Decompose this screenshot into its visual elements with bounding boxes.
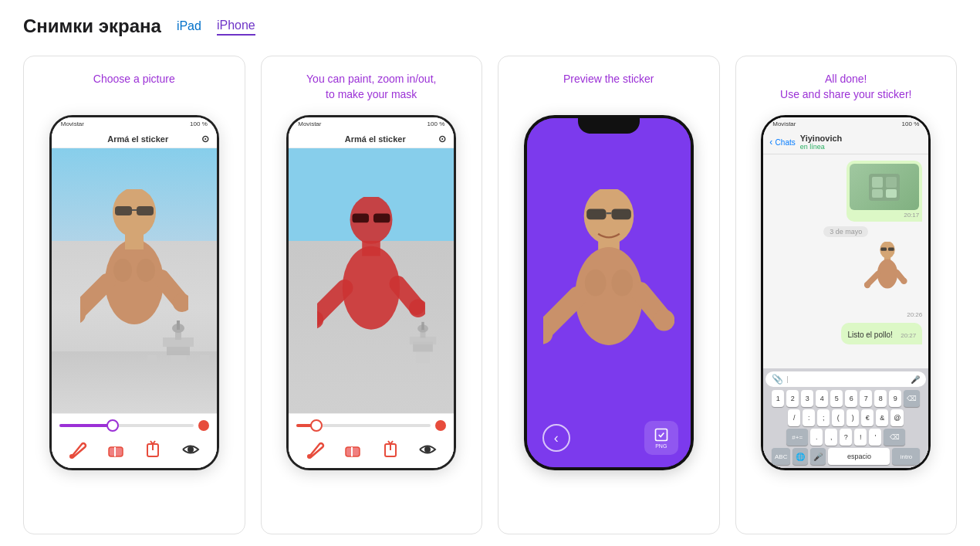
keyboard: 📎 | 🎤 1 2 3 4 5 6 7 xyxy=(763,368,928,468)
key-1[interactable]: 1 xyxy=(772,390,784,407)
contact-status: en línea xyxy=(800,143,923,151)
caption-4: All done!Use and share your sticker! xyxy=(780,72,911,103)
titlebar-1: Armá el sticker ⊙ xyxy=(52,131,217,148)
bottom-row: ABC 🌐 🎤 espacio intro xyxy=(765,448,926,465)
key-4[interactable]: 4 xyxy=(816,390,828,407)
svg-rect-64 xyxy=(886,189,897,198)
key-rparen[interactable]: ) xyxy=(847,409,859,426)
eraser-icon[interactable] xyxy=(103,437,128,462)
toolbar-icons-1 xyxy=(59,437,209,462)
caption-3: Preview the sticker xyxy=(563,72,654,103)
screen-3: ‹ PNG xyxy=(527,118,691,467)
back-button-3[interactable]: ‹ xyxy=(542,424,570,452)
svg-rect-57 xyxy=(611,209,630,219)
page-container: Снимки экрана iPad iPhone Choose a pictu… xyxy=(23,15,957,534)
msg-text-content: Listo el pollo! xyxy=(847,331,892,339)
key-exclaim[interactable]: ! xyxy=(854,429,867,446)
eye-icon[interactable] xyxy=(178,437,203,462)
phone-mockup-4: Movistar 100 % ‹ Chats Yiyinovich en lín… xyxy=(761,115,931,470)
slider-2[interactable] xyxy=(296,420,446,431)
key-lparen[interactable]: ( xyxy=(832,409,844,426)
man-figure-1 xyxy=(80,189,188,390)
key-slash[interactable]: / xyxy=(788,409,800,426)
key-2[interactable]: 2 xyxy=(786,390,799,407)
key-amp[interactable]: & xyxy=(876,409,888,426)
key-globe[interactable]: 🌐 xyxy=(792,448,808,465)
caption-2: You can paint, zoom in/out,to make your … xyxy=(306,72,436,103)
svg-rect-62 xyxy=(886,177,897,188)
svg-point-41 xyxy=(307,454,312,459)
statusbar-4: Movistar 100 % xyxy=(763,117,928,131)
svg-rect-13 xyxy=(125,234,144,249)
phone-mockup-2: Movistar 100 % Armá el sticker ⊙ xyxy=(286,115,456,470)
eraser-icon-2[interactable] xyxy=(340,437,365,462)
svg-point-55 xyxy=(611,270,633,297)
key-3[interactable]: 3 xyxy=(801,390,813,407)
battery-1: 100 % xyxy=(190,120,208,127)
voice-icon: 🎤 xyxy=(911,375,920,384)
chat-header: ‹ Chats Yiyinovich en línea xyxy=(763,131,928,154)
tab-iphone[interactable]: iPhone xyxy=(217,17,255,36)
key-space[interactable]: espacio xyxy=(828,448,890,465)
svg-point-70 xyxy=(864,282,870,288)
svg-rect-61 xyxy=(872,177,883,188)
screenshot-card-4: All done!Use and share your sticker! Mov… xyxy=(735,56,958,534)
battery-4: 100 % xyxy=(902,120,920,127)
key-mic[interactable]: 🎤 xyxy=(810,448,826,465)
svg-rect-40 xyxy=(373,214,390,223)
key-more[interactable]: #+= xyxy=(786,429,808,446)
key-colon[interactable]: : xyxy=(803,409,815,426)
sticker-preview-chat xyxy=(853,242,922,311)
screenshots-row: Choose a picture Movistar 100 % Armá el … xyxy=(23,56,957,534)
svg-point-20 xyxy=(69,454,74,459)
key-at[interactable]: @ xyxy=(890,409,904,426)
msg-text: Listo el pollo! 20:27 xyxy=(841,323,922,344)
key-7[interactable]: 7 xyxy=(860,390,872,407)
header: Снимки экрана iPad iPhone xyxy=(23,15,957,37)
camera-icon-1: ⊙ xyxy=(201,134,209,144)
export-icon[interactable] xyxy=(140,437,165,462)
chat-messages: 20:17 3 de mayo xyxy=(763,154,928,368)
key-backspace2[interactable]: ⌫ xyxy=(884,429,905,446)
key-semicolon[interactable]: ; xyxy=(817,409,830,426)
key-5[interactable]: 5 xyxy=(830,390,843,407)
svg-point-25 xyxy=(188,446,194,453)
brush-icon-2[interactable] xyxy=(303,437,328,462)
screenshot-card-2: You can paint, zoom in/out,to make your … xyxy=(261,56,483,534)
statusbar-1: Movistar 100 % xyxy=(52,117,217,131)
battery-2: 100 % xyxy=(427,120,445,127)
svg-line-14 xyxy=(80,282,107,313)
input-row[interactable]: 📎 | 🎤 xyxy=(765,371,926,387)
export-icon-2[interactable] xyxy=(378,437,403,462)
toolbar-icons-2 xyxy=(296,437,446,462)
svg-rect-39 xyxy=(353,214,370,223)
png-button-3[interactable]: PNG xyxy=(644,421,678,455)
screenshot-card-3: Preview the sticker xyxy=(498,56,720,534)
carrier-4: Movistar xyxy=(772,120,796,127)
key-apostrophe[interactable]: ' xyxy=(869,429,881,446)
key-8[interactable]: 8 xyxy=(874,390,887,407)
titlebar-2: Armá el sticker ⊙ xyxy=(289,131,454,148)
key-abc[interactable]: ABC xyxy=(772,448,790,465)
svg-rect-9 xyxy=(115,206,132,215)
key-comma[interactable]: , xyxy=(825,429,837,446)
key-return[interactable]: intro xyxy=(892,448,920,465)
man-figure-2 xyxy=(317,197,425,394)
tab-ipad[interactable]: iPad xyxy=(177,18,201,35)
key-delete[interactable]: ⌫ xyxy=(904,390,920,407)
key-dot[interactable]: . xyxy=(810,429,823,446)
slider-1[interactable] xyxy=(59,420,209,431)
toolbar-2 xyxy=(289,413,454,468)
eye-icon-2[interactable] xyxy=(415,437,440,462)
chat-back-arrow[interactable]: ‹ Chats xyxy=(769,137,795,148)
date-divider: 3 de mayo xyxy=(823,226,868,237)
key-6[interactable]: 6 xyxy=(845,390,857,407)
statusbar-2: Movistar 100 % xyxy=(289,117,454,131)
key-9[interactable]: 9 xyxy=(889,390,901,407)
key-euro[interactable]: € xyxy=(861,409,874,426)
brush-icon[interactable] xyxy=(66,437,90,462)
page-title: Снимки экрана xyxy=(23,15,161,37)
key-question[interactable]: ? xyxy=(840,429,852,446)
phone-mockup-1: Movistar 100 % Armá el sticker ⊙ xyxy=(49,115,219,470)
title-label-2: Armá el sticker xyxy=(345,134,406,144)
